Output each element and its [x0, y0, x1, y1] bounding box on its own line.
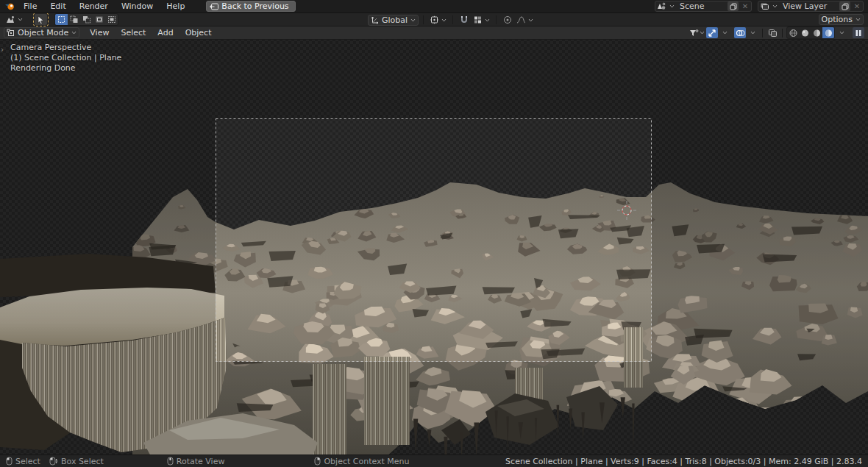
- shading-dropdown[interactable]: [836, 27, 847, 38]
- select-extend-icon: [70, 15, 79, 24]
- magnet-icon: [460, 15, 469, 24]
- menu-select[interactable]: Select: [115, 28, 152, 38]
- gizmos-dropdown[interactable]: [719, 27, 730, 38]
- select-invert-icon: [95, 15, 104, 24]
- object-mode-icon: [7, 29, 15, 38]
- menu-window[interactable]: Window: [116, 0, 158, 13]
- scene-icon: [657, 2, 666, 10]
- gizmo-icon: [708, 29, 716, 38]
- transform-orientation-value: Global: [382, 15, 408, 25]
- options-label: Options: [822, 15, 853, 24]
- close-icon: ✕: [742, 2, 748, 10]
- select-mode-intersect-button[interactable]: [105, 14, 118, 25]
- shading-material-button[interactable]: [811, 27, 822, 38]
- back-to-previous-button[interactable]: Back to Previous: [206, 1, 295, 12]
- topbar: File Edit Render Window Help Back to Pre…: [0, 0, 868, 13]
- editor-type-icon: [5, 15, 15, 24]
- rendered-icon: [824, 29, 833, 38]
- chevron-down-icon: [750, 30, 755, 36]
- select-mode-subtract-button[interactable]: [80, 14, 93, 25]
- overlays-dropdown[interactable]: [747, 27, 758, 38]
- pivot-icon: [430, 15, 439, 24]
- menu-object[interactable]: Object: [179, 28, 218, 38]
- toolbar-toggle-icon[interactable]: ›: [1, 46, 4, 54]
- menu-edit[interactable]: Edit: [45, 0, 71, 13]
- chevron-down-icon: [410, 17, 416, 23]
- mode-dropdown[interactable]: Object Mode: [4, 27, 79, 38]
- overlays-toggle[interactable]: [734, 27, 746, 38]
- new-scene-button[interactable]: [728, 1, 739, 11]
- gizmos-toggle[interactable]: [706, 27, 718, 38]
- hint-rotate-view-label: Rotate View: [177, 457, 225, 466]
- remove-view-layer-button[interactable]: ✕: [853, 2, 861, 10]
- select-intersect-icon: [107, 15, 116, 24]
- menu-file[interactable]: File: [18, 0, 42, 13]
- hint-box-select: Box Select: [49, 457, 104, 466]
- hint-select: Select: [6, 457, 40, 466]
- proportional-falloff-dropdown[interactable]: [515, 15, 535, 26]
- new-datablock-icon: [730, 3, 737, 10]
- new-datablock-icon: [842, 3, 849, 10]
- view-layer-name: View Layer: [780, 1, 837, 11]
- mouse-drag-icon: [49, 457, 58, 466]
- scene-name: Scene: [677, 1, 725, 11]
- chevron-down-icon: [527, 17, 533, 23]
- mode-value: Object Mode: [18, 28, 68, 38]
- chevron-down-icon: [17, 17, 23, 23]
- hint-select-label: Select: [15, 457, 40, 466]
- editor-type-button[interactable]: [4, 14, 24, 25]
- xray-icon: [768, 29, 778, 38]
- status-info-text: Scene Collection | Plane | Verts:9 | Fac…: [505, 457, 862, 466]
- view-layer-selector[interactable]: View Layer ✕: [758, 1, 864, 12]
- proportional-editing-toggle[interactable]: [501, 15, 513, 26]
- proportional-icon: [503, 15, 512, 24]
- chevron-down-icon: [699, 30, 705, 36]
- mouse-right-icon: [314, 457, 321, 466]
- menu-render[interactable]: Render: [74, 0, 113, 13]
- mouse-left-icon: [6, 457, 13, 466]
- back-icon: [210, 3, 218, 10]
- shading-wireframe-button[interactable]: [787, 27, 799, 38]
- falloff-icon: [516, 15, 526, 24]
- hint-object-context-menu: Object Context Menu: [314, 457, 409, 466]
- hint-object-context-menu-label: Object Context Menu: [324, 457, 409, 466]
- blender-logo-icon[interactable]: [4, 1, 15, 11]
- wireframe-icon: [789, 29, 798, 38]
- overlay-scene-collection: (1) Scene Collection | Plane: [10, 53, 121, 63]
- shading-mode-group: [786, 26, 835, 39]
- select-mode-set-button[interactable]: [55, 14, 68, 25]
- hint-rotate-view: Rotate View: [167, 457, 225, 466]
- unlink-scene-button[interactable]: ✕: [741, 2, 750, 10]
- menu-view[interactable]: View: [84, 28, 115, 38]
- scene-selector[interactable]: Scene ✕: [655, 1, 752, 12]
- view-layer-icon: [760, 2, 769, 10]
- select-subtract-icon: [82, 15, 91, 24]
- shading-solid-button[interactable]: [799, 27, 811, 38]
- select-mode-invert-button[interactable]: [93, 14, 105, 25]
- new-view-layer-button[interactable]: [839, 1, 850, 11]
- solid-icon: [800, 29, 810, 38]
- chevron-down-icon: [441, 17, 447, 23]
- overlay-rendering-status: Rendering Done: [10, 63, 121, 74]
- orientation-icon: [371, 15, 380, 24]
- filter-icon: [689, 29, 699, 38]
- transform-orientation-dropdown[interactable]: Global: [368, 15, 419, 26]
- chevron-down-icon: [839, 30, 844, 36]
- snap-target-dropdown[interactable]: [472, 15, 491, 26]
- options-dropdown[interactable]: Options: [819, 14, 864, 25]
- status-bar: Select Box Select Rotate View Object Con…: [0, 454, 868, 467]
- overlay-camera-perspective: Camera Perspective: [10, 43, 121, 53]
- menu-add[interactable]: Add: [152, 28, 179, 38]
- select-mode-extend-button[interactable]: [68, 14, 80, 25]
- menu-help[interactable]: Help: [161, 0, 190, 13]
- snap-toggle-button[interactable]: [458, 15, 470, 26]
- active-tool-tweak-button[interactable]: [35, 14, 47, 25]
- shading-rendered-button[interactable]: [822, 27, 834, 38]
- xray-toggle[interactable]: [766, 27, 778, 38]
- chevron-down-icon: [855, 17, 861, 23]
- cursor-icon: [37, 15, 45, 24]
- object-visibility-dropdown[interactable]: [689, 27, 705, 38]
- viewport-3d[interactable]: › Camera Perspective (1) Scene Collectio…: [0, 40, 868, 454]
- pause-render-button[interactable]: [853, 27, 864, 38]
- pivot-point-dropdown[interactable]: [428, 15, 448, 26]
